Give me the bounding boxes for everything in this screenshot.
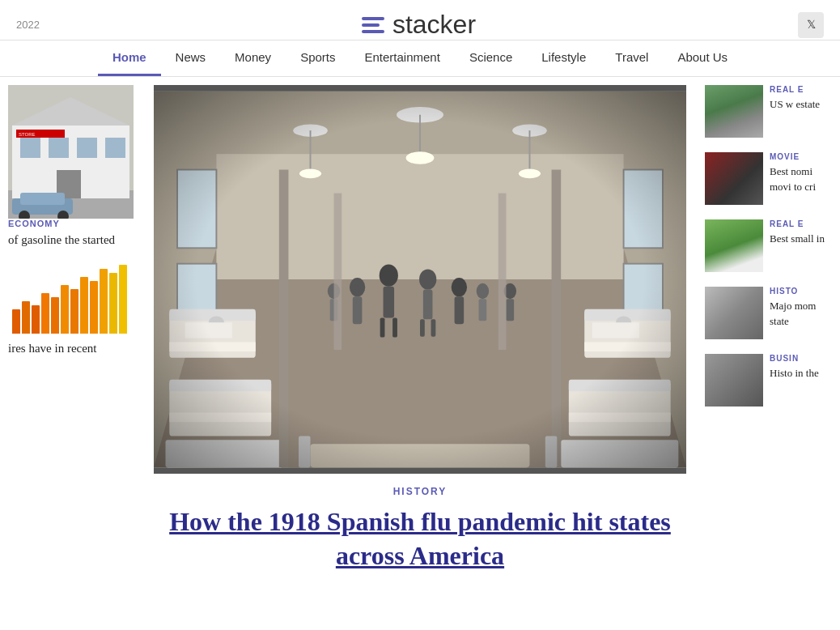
right-article-2: MOVIE Best nomi movi to cri: [705, 152, 834, 205]
hero-svg: [154, 85, 686, 474]
right-article-text-1: REAL E US w estate: [770, 85, 834, 138]
main-container: STORE ECONOMY of gasoline the started ir…: [0, 77, 840, 581]
hero-image: [154, 85, 686, 474]
right-tag-5: BUSIN: [770, 354, 834, 363]
nav-sports[interactable]: Sports: [286, 40, 350, 76]
right-title-5: Histo in the: [770, 367, 819, 379]
bar: [22, 301, 30, 334]
right-thumb-5: [705, 354, 763, 407]
right-thumb-4: [705, 287, 763, 339]
article-title[interactable]: How the 1918 Spanish flu pandemic hit st…: [154, 505, 686, 573]
svg-rect-4: [20, 138, 40, 158]
right-article-4: HISTO Majo mom state: [705, 287, 834, 339]
header-date: 2022: [16, 19, 40, 31]
bar: [109, 273, 117, 334]
right-article-text-2: MOVIE Best nomi movi to cri: [770, 152, 834, 205]
nav-money[interactable]: Money: [220, 40, 286, 76]
bar: [90, 281, 98, 334]
main-nav: Home News Money Sports Entertainment Sci…: [0, 40, 840, 77]
right-thumb-2: [705, 152, 763, 205]
bar: [80, 277, 88, 334]
nav-science[interactable]: Science: [455, 40, 527, 76]
svg-rect-75: [154, 92, 686, 467]
bar: [12, 309, 20, 334]
bar: [61, 285, 69, 334]
left-sidebar: STORE ECONOMY of gasoline the started ir…: [0, 77, 142, 581]
right-title-3: Best small in: [770, 232, 825, 245]
twitter-button[interactable]: 𝕏: [798, 12, 824, 38]
left-top-image: STORE: [8, 85, 134, 219]
article-tag: HISTORY: [154, 486, 686, 497]
right-article-text-5: BUSIN Histo in the: [770, 354, 834, 407]
left-mid-tag: ECONOMY: [8, 219, 134, 228]
right-thumb-3: [705, 219, 763, 272]
logo[interactable]: stacker: [362, 10, 476, 40]
bar: [70, 289, 78, 334]
right-article-1: REAL E US w estate: [705, 85, 834, 138]
left-mid-title: of gasoline the started: [8, 232, 134, 249]
logo-text: stacker: [392, 10, 476, 40]
right-article-text-4: HISTO Majo mom state: [770, 287, 834, 339]
bar: [119, 265, 127, 334]
right-thumb-1: [705, 85, 763, 138]
left-mid-article: ECONOMY of gasoline the started: [8, 219, 134, 249]
right-sidebar: REAL E US w estate MOVIE Best nomi movi …: [698, 77, 840, 581]
center-main: HISTORY How the 1918 Spanish flu pandemi…: [142, 77, 698, 581]
nav-news[interactable]: News: [161, 40, 221, 76]
right-tag-1: REAL E: [770, 85, 834, 94]
nav-home[interactable]: Home: [98, 40, 161, 76]
nav-lifestyle[interactable]: Lifestyle: [527, 40, 600, 76]
svg-rect-5: [49, 138, 69, 158]
right-title-2: Best nomi movi to cri: [770, 165, 816, 193]
right-tag-2: MOVIE: [770, 152, 834, 161]
right-article-3: REAL E Best small in: [705, 219, 834, 272]
bar: [32, 305, 40, 334]
svg-rect-7: [105, 138, 125, 158]
right-tag-4: HISTO: [770, 287, 834, 296]
right-tag-3: REAL E: [770, 219, 834, 228]
right-title-1: US w estate: [770, 98, 820, 110]
nav-travel[interactable]: Travel: [600, 40, 663, 76]
building-icon: STORE: [8, 85, 134, 219]
svg-rect-6: [77, 138, 97, 158]
svg-rect-10: [20, 193, 65, 205]
bar: [100, 269, 108, 334]
right-article-5: BUSIN Histo in the: [705, 354, 834, 407]
left-bottom-title: ires have in recent: [8, 340, 134, 357]
bar-chart: [8, 261, 134, 334]
right-title-4: Majo mom state: [770, 300, 816, 327]
bar: [41, 293, 49, 334]
header: 2022 stacker 𝕏: [0, 0, 840, 40]
nav-about[interactable]: About Us: [663, 40, 742, 76]
header-icons: 𝕏: [798, 12, 824, 38]
svg-text:STORE: STORE: [19, 132, 36, 137]
bar: [51, 297, 59, 334]
right-article-text-3: REAL E Best small in: [770, 219, 834, 272]
nav-entertainment[interactable]: Entertainment: [350, 40, 454, 76]
logo-icon: [362, 17, 384, 33]
left-bottom-article: ires have in recent: [8, 340, 134, 357]
